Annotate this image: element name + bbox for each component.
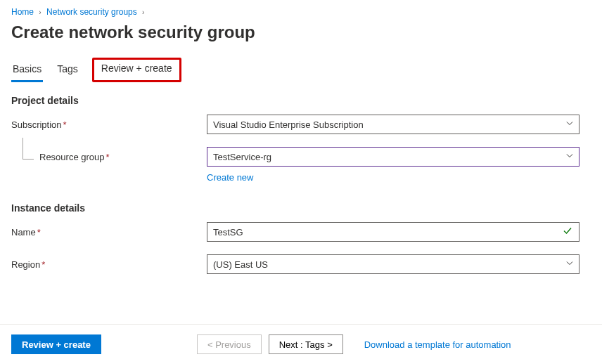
row-subscription: Subscription* Visual Studio Enterprise S…	[0, 112, 602, 137]
label-region: Region*	[11, 259, 207, 270]
row-region: Region* (US) East US	[0, 252, 602, 277]
create-new-link[interactable]: Create new	[0, 169, 602, 183]
subscription-select[interactable]: Visual Studio Enterprise Subscription	[207, 115, 579, 134]
next-button[interactable]: Next : Tags >	[269, 334, 343, 354]
chevron-down-icon	[565, 152, 574, 162]
section-project-details: Project details	[0, 85, 602, 112]
name-input[interactable]: TestSG	[207, 222, 579, 242]
region-select[interactable]: (US) East US	[207, 254, 579, 274]
check-icon	[563, 226, 572, 238]
footer: Review + create < Previous Next : Tags >…	[0, 324, 602, 364]
row-name: Name* TestSG	[0, 219, 602, 245]
resource-group-select[interactable]: TestService-rg	[207, 147, 579, 167]
page-title: Create network security group	[0, 20, 602, 59]
breadcrumb-home[interactable]: Home	[11, 7, 34, 17]
breadcrumb-nsg[interactable]: Network security groups	[46, 7, 137, 17]
review-create-button[interactable]: Review + create	[11, 334, 101, 354]
breadcrumb: Home › Network security groups ›	[0, 0, 602, 20]
previous-button: < Previous	[197, 334, 262, 354]
section-instance-details: Instance details	[0, 183, 602, 219]
tabs: Basics Tags Review + create	[0, 59, 602, 85]
label-name: Name*	[11, 227, 207, 238]
label-subscription: Subscription*	[11, 119, 207, 130]
row-resource-group: Resource group* TestService-rg	[0, 144, 602, 169]
chevron-down-icon	[565, 259, 574, 270]
tab-basics[interactable]: Basics	[11, 59, 43, 82]
tab-review-create[interactable]: Review + create	[92, 58, 181, 82]
chevron-right-icon: ›	[39, 8, 41, 16]
download-template-link[interactable]: Download a template for automation	[364, 339, 511, 350]
chevron-right-icon: ›	[142, 8, 144, 16]
tab-tags[interactable]: Tags	[56, 59, 79, 82]
label-resource-group: Resource group*	[11, 152, 207, 162]
chevron-down-icon	[565, 119, 574, 130]
